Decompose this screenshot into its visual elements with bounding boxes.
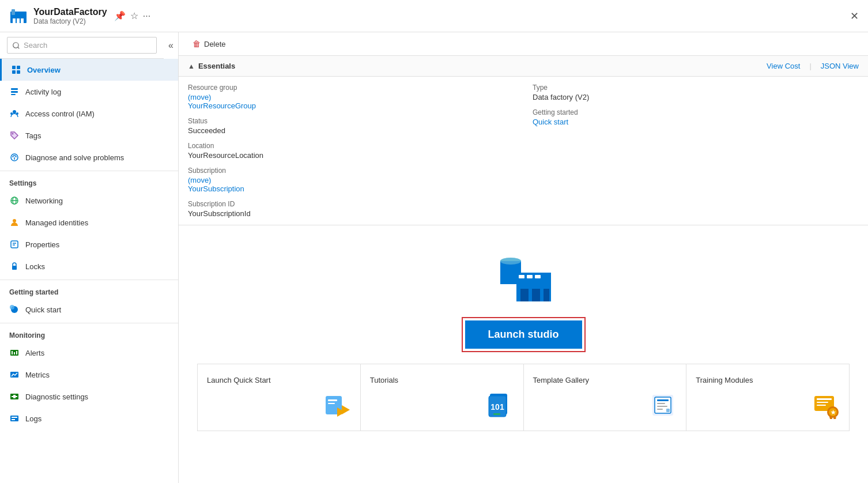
sidebar-item-logs-label: Logs <box>25 414 41 423</box>
top-bar-actions: 📌 ☆ ··· <box>114 10 150 21</box>
toolbar: 🗑 Delete <box>179 32 868 56</box>
resource-group-link[interactable]: YourResourceGroup <box>188 101 256 110</box>
sidebar-item-access-control[interactable]: Access control (IAM) <box>0 103 178 124</box>
app-subtitle: Data factory (V2) <box>33 17 107 25</box>
svg-rect-71 <box>817 405 826 406</box>
sidebar-item-metrics[interactable]: Metrics <box>0 364 178 386</box>
essentials-toggle-icon[interactable]: ▲ <box>188 62 195 70</box>
delete-label: Delete <box>204 40 226 48</box>
svg-rect-10 <box>11 91 18 93</box>
sidebar-item-diagnose[interactable]: Diagnose and solve problems <box>0 146 178 168</box>
field-subscription-id: Subscription ID YourSubscriptionId <box>188 200 514 218</box>
identity-icon <box>9 217 20 228</box>
location-label: Location <box>188 142 514 150</box>
sidebar-item-metrics-label: Metrics <box>25 371 50 379</box>
content-area: 🗑 Delete ▲ Essentials View Cost | JSON V… <box>179 32 868 483</box>
svg-rect-70 <box>817 402 828 403</box>
svg-rect-29 <box>12 351 13 354</box>
type-label: Type <box>533 84 859 92</box>
quick-start-link[interactable]: Quick start <box>533 118 568 126</box>
quick-start-icon <box>323 391 351 419</box>
svg-rect-2 <box>17 18 20 23</box>
svg-rect-36 <box>10 416 18 421</box>
monitoring-section-label: Monitoring <box>0 323 178 342</box>
svg-point-15 <box>12 133 14 135</box>
factory-icon <box>489 248 558 308</box>
sidebar-search-row: « <box>0 32 178 59</box>
training-modules-icon: ★ <box>812 391 840 419</box>
type-value: Data factory (V2) <box>533 93 859 101</box>
sidebar-item-diagnostic-settings-label: Diagnostic settings <box>25 393 88 401</box>
card-tutorials-title: Tutorials <box>370 376 398 384</box>
sidebar-item-locks-label: Locks <box>25 262 45 271</box>
sidebar-item-quick-start[interactable]: Quick start <box>0 299 178 320</box>
sidebar-item-networking[interactable]: Networking <box>0 190 178 212</box>
resource-group-move-link[interactable]: (move) <box>188 93 211 101</box>
sidebar-item-tags[interactable]: Tags <box>0 124 178 146</box>
svg-rect-9 <box>11 88 18 90</box>
field-status: Status Succeeded <box>188 117 514 135</box>
card-tutorials[interactable]: Tutorials 101 <box>361 364 523 431</box>
app-icon <box>9 7 28 25</box>
essentials-header: ▲ Essentials View Cost | JSON View <box>179 56 868 77</box>
star-icon[interactable]: ☆ <box>130 10 138 21</box>
settings-section-label: Settings <box>0 171 178 190</box>
svg-rect-69 <box>817 398 832 400</box>
sidebar-item-overview[interactable]: Overview <box>0 59 178 81</box>
more-icon[interactable]: ··· <box>143 11 150 21</box>
location-value: YourResourceLocation <box>188 151 514 160</box>
resource-group-value: (move) YourResourceGroup <box>188 93 514 110</box>
sidebar-collapse-button[interactable]: « <box>164 38 178 53</box>
diagnose-icon <box>9 152 20 163</box>
diagnostic-icon <box>9 391 20 402</box>
pin-icon[interactable]: 📌 <box>114 10 126 21</box>
card-training-modules[interactable]: Training Modules ★ <box>686 364 849 431</box>
subscription-value: (move) YourSubscription <box>188 176 514 193</box>
svg-rect-31 <box>16 351 17 354</box>
launch-studio-wrapper: Launch studio <box>462 317 586 352</box>
svg-rect-38 <box>12 419 15 420</box>
svg-rect-37 <box>12 417 17 418</box>
sidebar-item-locks[interactable]: Locks <box>0 255 178 277</box>
sidebar-item-properties[interactable]: Properties <box>0 233 178 255</box>
svg-rect-11 <box>11 94 16 95</box>
json-view-link[interactable]: JSON View <box>821 62 859 70</box>
search-input[interactable] <box>7 37 157 54</box>
view-cost-link[interactable]: View Cost <box>767 62 800 70</box>
main-layout: « Overview <box>0 32 868 483</box>
svg-rect-47 <box>532 289 540 301</box>
card-template-gallery[interactable]: Template Gallery <box>524 364 686 431</box>
card-launch-quick-start-icon-area <box>207 391 351 419</box>
sidebar-item-managed-identities-label: Managed identities <box>25 218 88 227</box>
sidebar-nav: Overview Activity log <box>0 59 178 483</box>
essentials-links: View Cost | JSON View <box>767 62 859 70</box>
subscription-id-label: Subscription ID <box>188 200 514 208</box>
quickstart-icon <box>9 304 20 315</box>
svg-text:★: ★ <box>831 409 836 416</box>
sidebar-item-managed-identities[interactable]: Managed identities <box>0 212 178 233</box>
sidebar-item-alerts[interactable]: Alerts <box>0 342 178 364</box>
subscription-link[interactable]: YourSubscription <box>188 184 244 193</box>
close-icon[interactable]: ✕ <box>850 10 859 22</box>
essentials-grid: Resource group (move) YourResourceGroup … <box>179 77 868 225</box>
svg-rect-44 <box>527 275 533 278</box>
launch-studio-button[interactable]: Launch studio <box>465 320 582 349</box>
sidebar-item-alerts-label: Alerts <box>25 349 44 357</box>
svg-rect-46 <box>520 289 529 301</box>
essentials-left-col: Resource group (move) YourResourceGroup … <box>179 77 523 225</box>
svg-rect-8 <box>17 70 20 74</box>
subscription-move-link[interactable]: (move) <box>188 176 211 184</box>
card-launch-quick-start-title: Launch Quick Start <box>207 376 271 384</box>
sidebar-item-quick-start-label: Quick start <box>25 305 61 314</box>
svg-rect-4 <box>12 9 15 15</box>
card-launch-quick-start[interactable]: Launch Quick Start <box>198 364 360 431</box>
svg-rect-60 <box>493 413 500 415</box>
svg-rect-67 <box>666 409 670 412</box>
sidebar-item-activity-log[interactable]: Activity log <box>0 81 178 103</box>
delete-button[interactable]: 🗑 Delete <box>188 37 231 51</box>
sidebar-item-logs[interactable]: Logs <box>0 407 178 429</box>
sidebar-item-diagnose-label: Diagnose and solve problems <box>25 153 124 162</box>
sidebar-item-diagnostic-settings[interactable]: Diagnostic settings <box>0 386 178 407</box>
svg-point-41 <box>500 258 521 265</box>
svg-rect-1 <box>13 18 16 23</box>
